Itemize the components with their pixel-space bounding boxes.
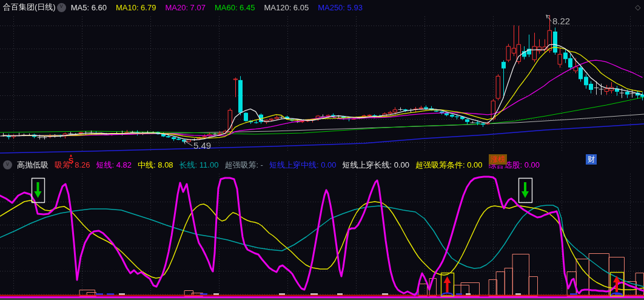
indicator-field-2: 中线: 8.08 [138,160,173,169]
chevron-down-icon[interactable] [57,3,66,12]
finance-badge[interactable]: 财 [586,154,597,165]
indicator-field-1: 短线: 4.82 [96,160,132,169]
indicator-field-4: 超强吸筹: - [224,160,263,169]
indicator-field-6: 短线上穿长线: 0.00 [342,160,409,169]
ma-value-5: MA250: 5.93 [318,3,363,12]
trading-app-window: 合百集团(日线) MA5: 6.60MA10: 6.79MA20: 7.07MA… [0,0,644,300]
indicator-values-row: 吸筹: 8.26短线: 4.82中线: 8.08长线: 11.00超强吸筹: -… [55,160,546,171]
sell-signal-marker: ▴ S [65,152,76,163]
indicator-header: 高抛低吸 吸筹: 8.26短线: 4.82中线: 8.08长线: 11.00超强… [0,159,644,171]
top-header: 合百集团(日线) MA5: 6.60MA10: 6.79MA20: 7.07MA… [0,0,644,15]
indicator-name[interactable]: 高抛低吸 [17,160,49,171]
indicator-field-3: 长线: 11.00 [179,160,219,169]
candlestick-chart-canvas[interactable] [0,0,644,300]
ma-values-row: MA5: 6.60MA10: 6.79MA20: 7.07MA60: 6.45M… [71,3,372,12]
ma-value-0: MA5: 6.60 [71,3,107,12]
ma-value-1: MA10: 6.79 [116,3,156,12]
stock-title[interactable]: 合百集团(日线) [3,2,56,13]
ma-value-4: MA120: 6.05 [264,3,309,12]
chevron-down-icon[interactable] [3,160,12,169]
indicator-field-5: 短线上穿中线: 0.00 [269,160,337,169]
indicator-field-7: 超强吸筹条件: 0.00 [415,160,483,169]
ma-value-3: MA60: 6.45 [215,3,255,12]
sell-marker-letter: S [65,158,76,163]
rank-list-badge[interactable]: 涨榜 [489,154,507,165]
ma-value-2: MA20: 7.07 [165,3,206,12]
